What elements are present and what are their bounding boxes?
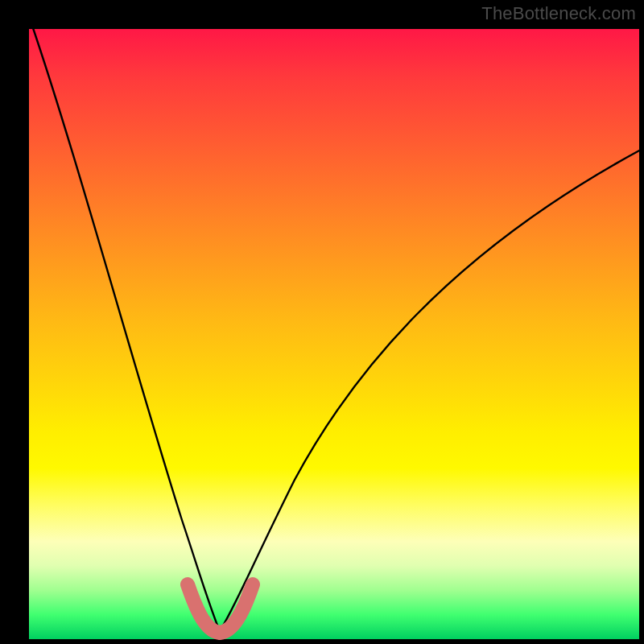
curve-layer (29, 29, 639, 639)
curve-left (31, 21, 220, 631)
highlight-u (188, 584, 253, 633)
curve-right (220, 150, 641, 631)
plot-area (29, 29, 639, 639)
chart-container: TheBottleneck.com (0, 0, 644, 644)
watermark-text: TheBottleneck.com (481, 3, 636, 24)
